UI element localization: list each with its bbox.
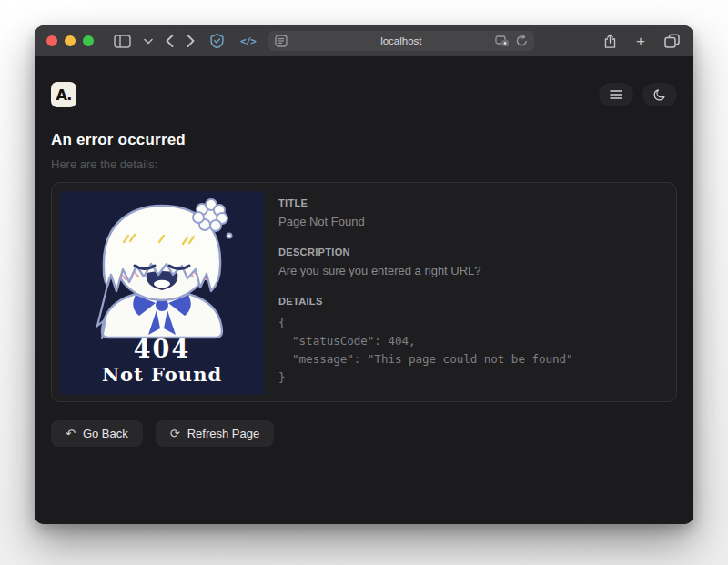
page-content: A. An error occurred Here are the detail [35,56,693,524]
back-icon [166,35,174,47]
reader-icon[interactable] [275,35,288,51]
refresh-page-label: Refresh Page [187,427,260,440]
address-text: localhost [294,35,509,46]
page-title: An error occurred [51,131,677,149]
content-blocker-badge-icon[interactable] [495,35,510,51]
address-bar[interactable]: localhost [268,31,534,51]
error-404-illustration: 404 Not Found [60,191,264,395]
minimize-button[interactable] [65,35,76,46]
menu-icon [610,89,622,100]
sidebar-icon [114,35,131,48]
menu-button[interactable] [599,83,633,106]
browser-window: </> localhost [35,25,693,524]
chevron-down-icon [144,38,153,45]
status-code-text: 404 [134,335,190,363]
description-label: DESCRIPTION [278,247,668,257]
site-logo[interactable]: A. [51,82,76,107]
close-button[interactable] [46,35,57,46]
tabs-icon [664,34,680,48]
go-back-button[interactable]: ↶ Go Back [51,420,143,447]
refresh-page-button[interactable]: ⟳ Refresh Page [156,420,274,447]
shield-check-icon [209,33,225,49]
description-value: Are you sure you entered a right URL? [278,264,668,277]
share-icon [603,34,617,49]
dark-mode-toggle[interactable] [642,83,677,106]
forward-icon [187,35,195,47]
status-text: Not Found [102,363,222,386]
extension-buttons: </> [207,31,258,51]
browser-toolbar: </> localhost [35,25,693,56]
window-controls [46,35,94,46]
nav-controls [112,33,197,50]
forward-button[interactable] [185,33,197,49]
plus-icon: + [636,34,645,49]
code-icon: </> [240,35,256,47]
refresh-icon: ⟳ [170,428,180,439]
share-button[interactable] [602,32,619,51]
shield-extension-button[interactable] [207,31,227,51]
reload-icon[interactable] [516,35,528,51]
zoom-button[interactable] [83,35,94,46]
go-back-label: Go Back [83,427,128,440]
toolbar-right-controls: + [602,32,682,51]
back-button[interactable] [164,33,176,49]
go-back-icon: ↶ [66,428,76,439]
moon-icon [653,88,666,101]
devtools-extension-button[interactable]: </> [238,34,258,49]
error-details: TITLE Page Not Found DESCRIPTION Are you… [278,191,668,393]
error-actions: ↶ Go Back ⟳ Refresh Page [51,420,677,447]
tab-group-dropdown[interactable] [142,36,155,46]
site-header: A. [51,82,677,107]
new-tab-button[interactable]: + [634,32,647,51]
details-json: { "statusCode": 404, "message": "This pa… [278,314,668,387]
error-card: 404 Not Found TITLE Page Not Found DESCR… [51,182,677,402]
title-value: Page Not Found [278,215,668,228]
title-label: TITLE [278,197,668,208]
tab-overview-button[interactable] [662,32,682,50]
page-subtitle: Here are the details: [51,157,677,171]
sidebar-toggle-button[interactable] [112,33,133,50]
details-label: DETAILS [278,296,668,307]
header-actions [599,83,677,106]
